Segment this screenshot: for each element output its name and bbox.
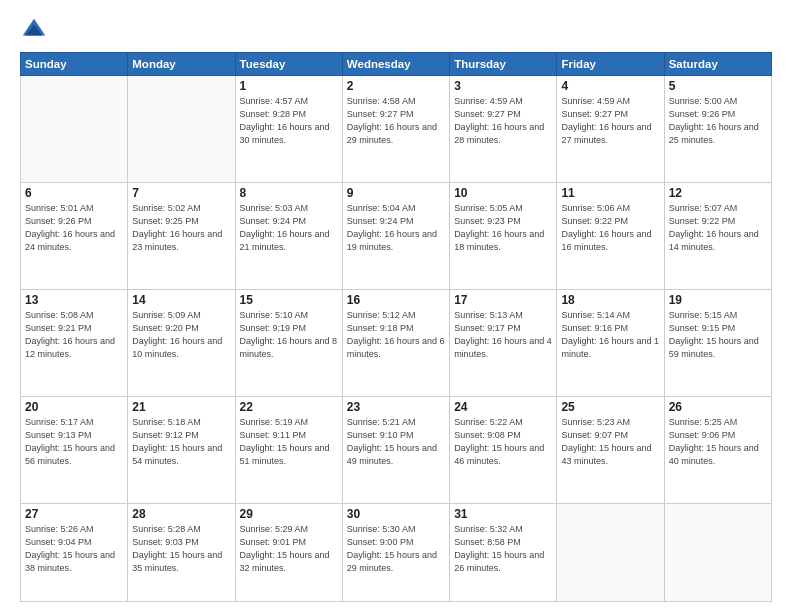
weekday-header: Friday xyxy=(557,53,664,76)
day-number: 12 xyxy=(669,186,767,200)
day-number: 30 xyxy=(347,507,445,521)
day-number: 19 xyxy=(669,293,767,307)
day-number: 3 xyxy=(454,79,552,93)
day-info: Sunrise: 5:26 AM Sunset: 9:04 PM Dayligh… xyxy=(25,523,123,575)
day-info: Sunrise: 5:14 AM Sunset: 9:16 PM Dayligh… xyxy=(561,309,659,361)
calendar-cell: 18Sunrise: 5:14 AM Sunset: 9:16 PM Dayli… xyxy=(557,289,664,396)
calendar-cell: 25Sunrise: 5:23 AM Sunset: 9:07 PM Dayli… xyxy=(557,396,664,503)
calendar-cell: 7Sunrise: 5:02 AM Sunset: 9:25 PM Daylig… xyxy=(128,182,235,289)
day-number: 24 xyxy=(454,400,552,414)
day-info: Sunrise: 5:06 AM Sunset: 9:22 PM Dayligh… xyxy=(561,202,659,254)
day-number: 1 xyxy=(240,79,338,93)
calendar-cell: 10Sunrise: 5:05 AM Sunset: 9:23 PM Dayli… xyxy=(450,182,557,289)
day-info: Sunrise: 5:01 AM Sunset: 9:26 PM Dayligh… xyxy=(25,202,123,254)
logo-icon xyxy=(20,16,48,44)
day-info: Sunrise: 5:23 AM Sunset: 9:07 PM Dayligh… xyxy=(561,416,659,468)
day-number: 17 xyxy=(454,293,552,307)
day-number: 9 xyxy=(347,186,445,200)
page: SundayMondayTuesdayWednesdayThursdayFrid… xyxy=(0,0,792,612)
day-number: 25 xyxy=(561,400,659,414)
day-number: 13 xyxy=(25,293,123,307)
calendar-cell: 1Sunrise: 4:57 AM Sunset: 9:28 PM Daylig… xyxy=(235,76,342,183)
calendar-cell: 28Sunrise: 5:28 AM Sunset: 9:03 PM Dayli… xyxy=(128,503,235,601)
weekday-header: Saturday xyxy=(664,53,771,76)
day-info: Sunrise: 5:32 AM Sunset: 8:58 PM Dayligh… xyxy=(454,523,552,575)
calendar-cell: 17Sunrise: 5:13 AM Sunset: 9:17 PM Dayli… xyxy=(450,289,557,396)
calendar-week-row: 13Sunrise: 5:08 AM Sunset: 9:21 PM Dayli… xyxy=(21,289,772,396)
weekday-header: Monday xyxy=(128,53,235,76)
day-number: 14 xyxy=(132,293,230,307)
day-number: 15 xyxy=(240,293,338,307)
calendar-cell xyxy=(557,503,664,601)
calendar-week-row: 27Sunrise: 5:26 AM Sunset: 9:04 PM Dayli… xyxy=(21,503,772,601)
calendar-week-row: 6Sunrise: 5:01 AM Sunset: 9:26 PM Daylig… xyxy=(21,182,772,289)
day-info: Sunrise: 5:03 AM Sunset: 9:24 PM Dayligh… xyxy=(240,202,338,254)
calendar-cell: 31Sunrise: 5:32 AM Sunset: 8:58 PM Dayli… xyxy=(450,503,557,601)
calendar-cell: 2Sunrise: 4:58 AM Sunset: 9:27 PM Daylig… xyxy=(342,76,449,183)
day-info: Sunrise: 4:59 AM Sunset: 9:27 PM Dayligh… xyxy=(454,95,552,147)
day-info: Sunrise: 5:28 AM Sunset: 9:03 PM Dayligh… xyxy=(132,523,230,575)
day-info: Sunrise: 5:25 AM Sunset: 9:06 PM Dayligh… xyxy=(669,416,767,468)
calendar-cell: 29Sunrise: 5:29 AM Sunset: 9:01 PM Dayli… xyxy=(235,503,342,601)
day-info: Sunrise: 5:22 AM Sunset: 9:08 PM Dayligh… xyxy=(454,416,552,468)
day-number: 26 xyxy=(669,400,767,414)
calendar-week-row: 20Sunrise: 5:17 AM Sunset: 9:13 PM Dayli… xyxy=(21,396,772,503)
calendar-cell: 19Sunrise: 5:15 AM Sunset: 9:15 PM Dayli… xyxy=(664,289,771,396)
calendar-cell: 27Sunrise: 5:26 AM Sunset: 9:04 PM Dayli… xyxy=(21,503,128,601)
day-number: 29 xyxy=(240,507,338,521)
day-number: 31 xyxy=(454,507,552,521)
calendar-cell: 12Sunrise: 5:07 AM Sunset: 9:22 PM Dayli… xyxy=(664,182,771,289)
day-number: 20 xyxy=(25,400,123,414)
day-info: Sunrise: 5:13 AM Sunset: 9:17 PM Dayligh… xyxy=(454,309,552,361)
day-number: 7 xyxy=(132,186,230,200)
calendar-cell: 13Sunrise: 5:08 AM Sunset: 9:21 PM Dayli… xyxy=(21,289,128,396)
day-number: 4 xyxy=(561,79,659,93)
calendar-cell: 14Sunrise: 5:09 AM Sunset: 9:20 PM Dayli… xyxy=(128,289,235,396)
day-info: Sunrise: 4:59 AM Sunset: 9:27 PM Dayligh… xyxy=(561,95,659,147)
day-info: Sunrise: 5:09 AM Sunset: 9:20 PM Dayligh… xyxy=(132,309,230,361)
day-info: Sunrise: 5:18 AM Sunset: 9:12 PM Dayligh… xyxy=(132,416,230,468)
day-number: 21 xyxy=(132,400,230,414)
day-number: 8 xyxy=(240,186,338,200)
calendar-cell xyxy=(664,503,771,601)
calendar-week-row: 1Sunrise: 4:57 AM Sunset: 9:28 PM Daylig… xyxy=(21,76,772,183)
day-info: Sunrise: 5:17 AM Sunset: 9:13 PM Dayligh… xyxy=(25,416,123,468)
calendar-cell xyxy=(128,76,235,183)
calendar-cell: 26Sunrise: 5:25 AM Sunset: 9:06 PM Dayli… xyxy=(664,396,771,503)
day-info: Sunrise: 4:58 AM Sunset: 9:27 PM Dayligh… xyxy=(347,95,445,147)
day-number: 10 xyxy=(454,186,552,200)
calendar-cell: 6Sunrise: 5:01 AM Sunset: 9:26 PM Daylig… xyxy=(21,182,128,289)
day-number: 28 xyxy=(132,507,230,521)
calendar-cell: 24Sunrise: 5:22 AM Sunset: 9:08 PM Dayli… xyxy=(450,396,557,503)
day-number: 2 xyxy=(347,79,445,93)
calendar-cell: 11Sunrise: 5:06 AM Sunset: 9:22 PM Dayli… xyxy=(557,182,664,289)
day-number: 11 xyxy=(561,186,659,200)
day-number: 22 xyxy=(240,400,338,414)
header xyxy=(20,16,772,44)
day-number: 6 xyxy=(25,186,123,200)
weekday-header: Wednesday xyxy=(342,53,449,76)
calendar-cell: 9Sunrise: 5:04 AM Sunset: 9:24 PM Daylig… xyxy=(342,182,449,289)
day-info: Sunrise: 5:19 AM Sunset: 9:11 PM Dayligh… xyxy=(240,416,338,468)
day-number: 23 xyxy=(347,400,445,414)
day-info: Sunrise: 5:04 AM Sunset: 9:24 PM Dayligh… xyxy=(347,202,445,254)
calendar-cell: 30Sunrise: 5:30 AM Sunset: 9:00 PM Dayli… xyxy=(342,503,449,601)
calendar-cell xyxy=(21,76,128,183)
day-info: Sunrise: 5:08 AM Sunset: 9:21 PM Dayligh… xyxy=(25,309,123,361)
logo xyxy=(20,16,52,44)
calendar-table: SundayMondayTuesdayWednesdayThursdayFrid… xyxy=(20,52,772,602)
day-number: 18 xyxy=(561,293,659,307)
day-number: 16 xyxy=(347,293,445,307)
calendar-cell: 23Sunrise: 5:21 AM Sunset: 9:10 PM Dayli… xyxy=(342,396,449,503)
day-info: Sunrise: 5:12 AM Sunset: 9:18 PM Dayligh… xyxy=(347,309,445,361)
day-info: Sunrise: 5:15 AM Sunset: 9:15 PM Dayligh… xyxy=(669,309,767,361)
calendar-cell: 15Sunrise: 5:10 AM Sunset: 9:19 PM Dayli… xyxy=(235,289,342,396)
calendar-cell: 21Sunrise: 5:18 AM Sunset: 9:12 PM Dayli… xyxy=(128,396,235,503)
day-info: Sunrise: 5:10 AM Sunset: 9:19 PM Dayligh… xyxy=(240,309,338,361)
day-info: Sunrise: 4:57 AM Sunset: 9:28 PM Dayligh… xyxy=(240,95,338,147)
weekday-header: Tuesday xyxy=(235,53,342,76)
day-info: Sunrise: 5:00 AM Sunset: 9:26 PM Dayligh… xyxy=(669,95,767,147)
day-info: Sunrise: 5:30 AM Sunset: 9:00 PM Dayligh… xyxy=(347,523,445,575)
calendar-cell: 5Sunrise: 5:00 AM Sunset: 9:26 PM Daylig… xyxy=(664,76,771,183)
calendar-cell: 8Sunrise: 5:03 AM Sunset: 9:24 PM Daylig… xyxy=(235,182,342,289)
